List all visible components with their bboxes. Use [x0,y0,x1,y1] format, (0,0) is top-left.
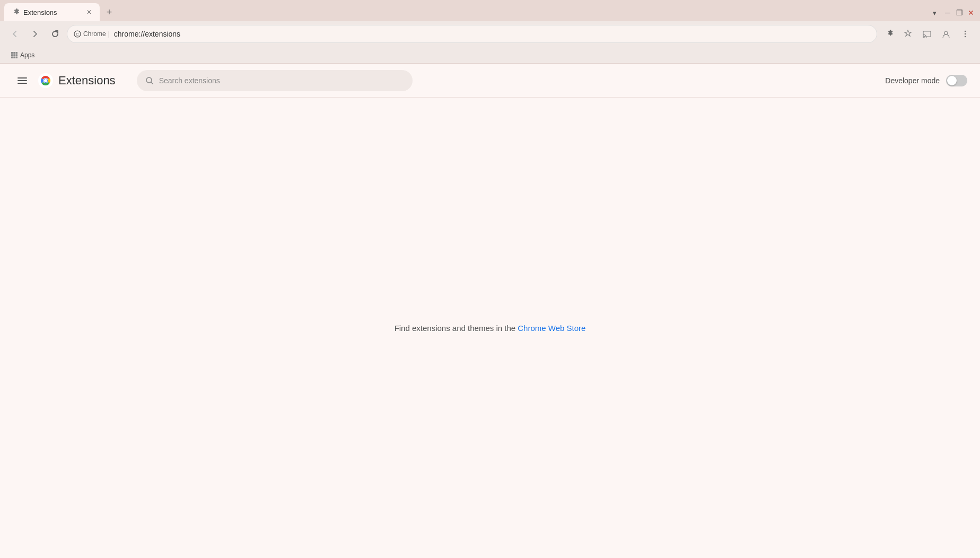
profile-button[interactable] [938,25,955,42]
svg-point-23 [44,79,47,82]
tab-list-button[interactable]: ▾ [928,6,941,19]
page-title: Extensions [58,74,116,88]
developer-mode-label: Developer mode [885,76,940,85]
extensions-header: Extensions Developer mode [0,64,980,98]
svg-rect-13 [16,54,18,56]
chrome-logo [38,73,53,88]
forward-button[interactable] [27,25,43,42]
browser-frame: Extensions ✕ + ▾ ─ ❐ ✕ [0,0,980,558]
search-container [137,70,413,91]
close-button[interactable]: ✕ [966,8,976,18]
svg-point-4 [944,31,948,34]
security-indicator: C Chrome | [74,30,110,38]
toolbar-right [880,25,974,42]
apps-icon [11,51,18,59]
extensions-content: Find extensions and themes in the Chrome… [0,98,980,558]
svg-rect-8 [11,52,13,54]
reload-button[interactable] [47,25,64,42]
developer-mode-section: Developer mode [885,75,967,86]
cast-button[interactable] [918,25,935,42]
tab-favicon [11,8,19,16]
svg-point-5 [965,31,966,32]
empty-state-text: Find extensions and themes in the [395,324,518,333]
svg-text:C: C [76,32,79,37]
empty-state-message: Find extensions and themes in the Chrome… [395,324,586,333]
restore-button[interactable]: ❐ [955,8,964,18]
svg-rect-14 [11,56,13,58]
svg-point-6 [965,33,966,34]
tab-bar-right: ▾ ─ ❐ ✕ [928,6,976,19]
chrome-web-store-link[interactable]: Chrome Web Store [518,324,585,333]
svg-rect-15 [13,56,15,58]
hamburger-icon [17,75,28,86]
separator: | [108,30,110,38]
svg-point-7 [965,36,966,37]
svg-rect-10 [16,52,18,54]
svg-point-3 [923,37,924,38]
search-input[interactable] [159,76,404,85]
search-box[interactable] [137,70,413,91]
svg-rect-11 [11,54,13,56]
tab-bar: Extensions ✕ + ▾ ─ ❐ ✕ [0,0,980,21]
hamburger-menu-button[interactable] [13,71,32,90]
new-tab-button[interactable]: + [102,5,117,20]
developer-mode-toggle[interactable] [946,75,967,86]
tab-close-button[interactable]: ✕ [85,8,93,16]
svg-rect-9 [13,52,15,54]
svg-rect-12 [13,54,15,56]
extensions-toolbar-button[interactable] [880,25,897,42]
content-area: Extensions Developer mode [0,64,980,558]
more-button[interactable] [957,25,974,42]
bookmark-button[interactable] [899,25,916,42]
security-label: Chrome [83,30,106,38]
active-tab[interactable]: Extensions ✕ [4,3,100,21]
address-bar[interactable]: C Chrome | chrome://extensions [67,25,877,43]
tab-label: Extensions [23,8,81,16]
apps-bookmark[interactable]: Apps [6,49,39,61]
back-button[interactable] [6,25,23,42]
apps-label: Apps [20,51,34,59]
svg-rect-2 [923,31,931,37]
url-display: chrome://extensions [114,30,870,38]
svg-rect-16 [16,56,18,58]
toolbar: C Chrome | chrome://extensions [0,21,980,47]
search-icon [145,76,154,85]
svg-line-25 [151,82,153,84]
minimize-button[interactable]: ─ [943,8,952,18]
bookmarks-bar: Apps [0,47,980,64]
